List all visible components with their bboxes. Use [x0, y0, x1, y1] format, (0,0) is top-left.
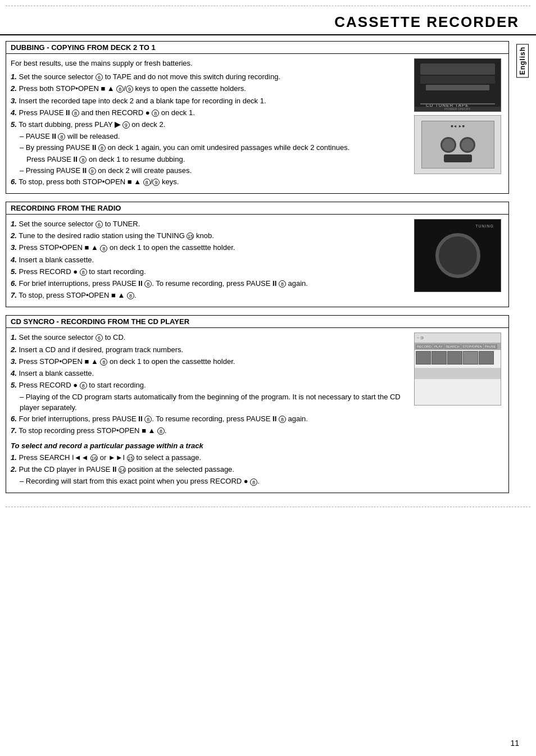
step-item: 2. Put the CD player in PAUSE II 14 posi…: [11, 464, 408, 475]
radio-body: 1. Set the source selector 6 to TUNER. 2…: [6, 215, 508, 307]
cd-image: ~ ∋ RECORD PLAY SEARCH STOP/OPEN PAUSE: [414, 333, 504, 488]
step-item: 6. To stop, press both STOP•OPEN ■ ▲ 8/9…: [11, 177, 408, 187]
step-item: 5. Press RECORD ● 8 to start recording.: [11, 380, 408, 390]
step-item: 4. Insert a blank cassette.: [11, 368, 408, 379]
step-item: 4. Press PAUSE II 8 and then RECORD ● 8 …: [11, 108, 408, 118]
page-number: 11: [510, 739, 519, 748]
cd-steps: 1. Set the source selector 6 to CD. 2. I…: [11, 333, 408, 436]
dubbing-images: CD TUNER TAPE POWER ON/OFF ■◄ ►■: [414, 58, 504, 189]
cd-syncro-section: CD SYNCRO - RECORDING FROM THE CD PLAYER…: [6, 315, 509, 493]
radio-device-image: TUNING: [414, 219, 501, 292]
dubbing-steps: 1. Set the source selector 6 to TAPE and…: [11, 72, 408, 187]
step-item: 7. To stop recording press STOP•OPEN ■ ▲…: [11, 426, 408, 436]
dubbing-section: DUBBING - COPYING FROM DECK 2 TO 1 For b…: [6, 41, 509, 194]
cassette-front-image: ■◄ ►■: [414, 115, 501, 174]
step-item: 6. For brief interruptions, press PAUSE …: [11, 414, 408, 424]
step-item: 3. Press STOP•OPEN ■ ▲ 8 on deck 1 to op…: [11, 357, 408, 367]
step-item: 2. Tune to the desired radio station usi…: [11, 231, 408, 241]
radio-header: RECORDING FROM THE RADIO: [6, 202, 508, 215]
radio-text: 1. Set the source selector 6 to TUNER. 2…: [11, 219, 408, 302]
page-container: CASSETTE RECORDER DUBBING - COPYING FROM…: [0, 0, 536, 756]
step-item: 2. Insert a CD and if desired, program t…: [11, 345, 408, 355]
radio-section: RECORDING FROM THE RADIO 1. Set the sour…: [6, 202, 509, 307]
step-item: 3. Insert the recorded tape into deck 2 …: [11, 96, 408, 106]
tape-window: [444, 154, 472, 162]
page-title: CASSETTE RECORDER: [334, 13, 519, 30]
sub-step-item: – PAUSE II 8 will be released.: [20, 131, 408, 142]
cd-syncro-body: 1. Set the source selector 6 to CD. 2. I…: [6, 328, 508, 492]
subsection-title: To select and record a particular passag…: [11, 441, 408, 450]
reel-right: [460, 137, 475, 153]
cd-syncro-header: CD SYNCRO - RECORDING FROM THE CD PLAYER: [6, 316, 508, 328]
dubbing-intro: For best results, use the mains supply o…: [11, 58, 408, 69]
sub-step-item: – Playing of the CD program starts autom…: [20, 392, 408, 412]
top-divider: [6, 6, 530, 6]
step-item: 4. Insert a blank cassette.: [11, 255, 408, 265]
english-label: English: [516, 44, 529, 78]
step-item: 2. Press both STOP•OPEN ■ ▲ 8/9 keys to …: [11, 84, 408, 94]
sub-step-item: – By pressing PAUSE II 8 on deck 1 again…: [20, 143, 408, 153]
sub-step-item: – Recording will start from this exact p…: [20, 476, 408, 486]
step-item: 3. Press STOP•OPEN ■ ▲ 8 on deck 1 to op…: [11, 243, 408, 253]
sub-step-item: – Pressing PAUSE II 9 on deck 2 will cre…: [20, 166, 408, 176]
sidebar-right: English: [515, 41, 530, 501]
subsection-steps: 1. Press SEARCH I◄◄ 16 or ►►I 15 to sele…: [11, 453, 408, 487]
bottom-divider: [6, 507, 530, 507]
dubbing-body: For best results, use the mains supply o…: [6, 54, 508, 193]
sub-step-item: Press PAUSE II 8 on deck 1 to resume dub…: [26, 154, 408, 165]
step-item: 1. Press SEARCH I◄◄ 16 or ►►I 15 to sele…: [11, 453, 408, 463]
step-item: 1. Set the source selector 6 to CD.: [11, 333, 408, 343]
cd-panel-image: ~ ∋ RECORD PLAY SEARCH STOP/OPEN PAUSE: [414, 333, 501, 406]
dubbing-text: For best results, use the mains supply o…: [11, 58, 408, 189]
radio-steps: 1. Set the source selector 6 to TUNER. 2…: [11, 219, 408, 300]
main-content: DUBBING - COPYING FROM DECK 2 TO 1 For b…: [0, 41, 536, 501]
radio-speaker: [435, 233, 480, 278]
reel-left: [440, 137, 456, 153]
cd-syncro-text: 1. Set the source selector 6 to CD. 2. I…: [11, 333, 408, 488]
step-item: 6. For brief interruptions, press PAUSE …: [11, 279, 408, 289]
step-item: 1. Set the source selector 6 to TUNER.: [11, 219, 408, 229]
content-left: DUBBING - COPYING FROM DECK 2 TO 1 For b…: [6, 41, 515, 501]
page-header: CASSETTE RECORDER: [0, 9, 536, 35]
step-item: 7. To stop, press STOP•OPEN ■ ▲ 8.: [11, 290, 408, 300]
radio-image: TUNING: [414, 219, 504, 302]
step-item: 5. Press RECORD ● 8 to start recording.: [11, 267, 408, 277]
cassette-top-image: CD TUNER TAPE POWER ON/OFF: [414, 58, 501, 112]
dubbing-header: DUBBING - COPYING FROM DECK 2 TO 1: [6, 42, 508, 54]
step-item: 1. Set the source selector 6 to TAPE and…: [11, 72, 408, 82]
step-item: 5. To start dubbing, press PLAY ▶ 9 on d…: [11, 120, 408, 130]
